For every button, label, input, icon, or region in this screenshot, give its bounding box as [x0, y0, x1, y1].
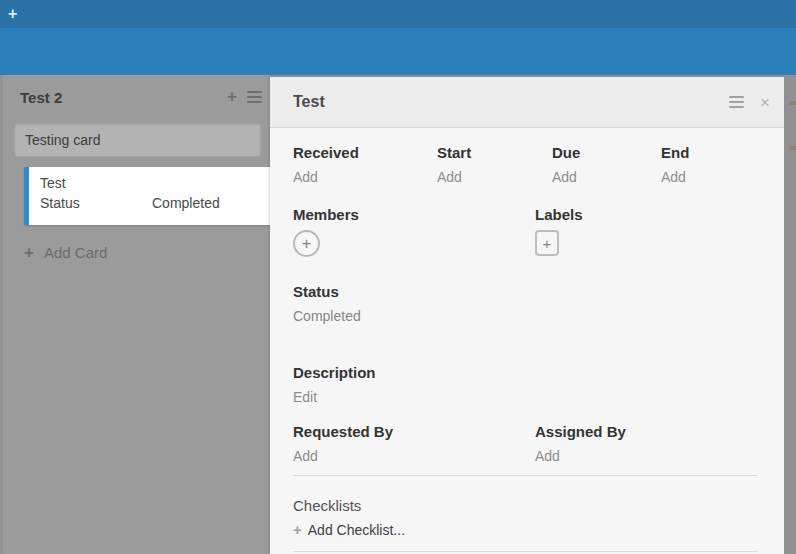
add-card-label: Add Card	[44, 244, 107, 261]
date-add-link[interactable]: Add	[437, 168, 462, 186]
board-header-bar	[0, 28, 796, 75]
plus-icon: +	[543, 235, 552, 252]
cutoff-content-dash	[789, 101, 796, 105]
card-detail-panel: Test × Received Add Start Add Due Add	[270, 77, 784, 554]
add-board-plus-icon[interactable]: +	[8, 6, 17, 22]
description-label: Description	[293, 363, 770, 382]
status-label: Status	[293, 282, 770, 301]
divider	[293, 475, 757, 476]
mini-card-title: Test	[40, 175, 270, 191]
add-label-button[interactable]: +	[535, 230, 559, 256]
board-canvas: Test 2 + Test Status Completed + Add Car…	[0, 75, 796, 554]
labels-section: Labels +	[535, 205, 770, 257]
list-menu-icon[interactable]	[247, 88, 262, 106]
plus-icon: +	[24, 245, 34, 260]
assigned-by-add-link[interactable]: Add	[535, 447, 560, 465]
assigned-by-label: Assigned By	[535, 422, 770, 441]
mini-card-field-value: Completed	[152, 195, 220, 211]
requested-assigned-row: Requested By Add Assigned By Add	[293, 422, 770, 465]
members-label: Members	[293, 205, 535, 224]
members-section: Members +	[293, 205, 535, 257]
checklists-section: Checklists + Add Checklist...	[293, 496, 770, 538]
list-header: Test 2 +	[3, 75, 270, 119]
plus-icon: +	[293, 523, 302, 537]
date-add-link[interactable]: Add	[661, 168, 686, 186]
description-section: Description Edit	[293, 363, 770, 406]
list-add-card-icon[interactable]: +	[227, 90, 237, 104]
date-label: Received	[293, 143, 437, 162]
panel-title: Test	[293, 93, 729, 111]
status-section: Status Completed	[293, 282, 770, 325]
requested-by-section: Requested By Add	[293, 422, 535, 465]
add-member-button[interactable]: +	[293, 230, 320, 257]
date-label: Start	[437, 143, 552, 162]
panel-menu-icon[interactable]	[729, 93, 744, 111]
list-title: Test 2	[20, 89, 227, 106]
members-labels-row: Members + Labels +	[293, 205, 770, 257]
requested-by-add-link[interactable]: Add	[293, 447, 318, 465]
mini-card[interactable]: Test Status Completed	[24, 167, 270, 225]
date-add-link[interactable]: Add	[293, 168, 318, 186]
add-card-button[interactable]: + Add Card	[24, 244, 270, 261]
checklists-title: Checklists	[293, 496, 770, 515]
requested-by-label: Requested By	[293, 422, 535, 441]
date-label: Due	[552, 143, 661, 162]
add-checklist-label: Add Checklist...	[308, 522, 405, 538]
plus-icon: +	[302, 235, 311, 253]
panel-header: Test ×	[270, 77, 784, 128]
date-field-received: Received Add	[293, 143, 437, 186]
date-field-start: Start Add	[437, 143, 552, 186]
card-compose-input[interactable]	[14, 123, 261, 157]
edit-description-link[interactable]: Edit	[293, 388, 317, 406]
status-value: Completed	[293, 307, 770, 325]
mini-card-field-label: Status	[40, 195, 152, 211]
panel-body: Received Add Start Add Due Add End Add	[270, 143, 784, 552]
date-add-link[interactable]: Add	[552, 168, 577, 186]
panel-close-icon[interactable]: ×	[760, 94, 770, 111]
date-field-due: Due Add	[552, 143, 661, 186]
date-label: End	[661, 143, 770, 162]
add-checklist-link[interactable]: + Add Checklist...	[293, 522, 770, 538]
app-header: +	[0, 0, 796, 28]
divider	[293, 551, 757, 552]
date-field-end: End Add	[661, 143, 770, 186]
assigned-by-section: Assigned By Add	[535, 422, 770, 465]
cutoff-content-dash	[789, 146, 796, 150]
dates-row: Received Add Start Add Due Add End Add	[293, 143, 770, 186]
list-test2: Test 2 + Test Status Completed + Add Car…	[3, 75, 270, 554]
labels-label: Labels	[535, 205, 770, 224]
